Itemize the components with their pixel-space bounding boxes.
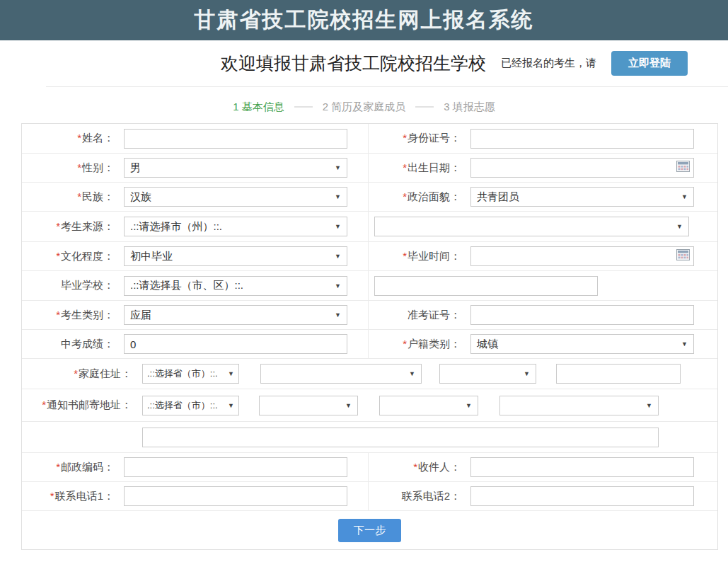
app-title: 甘肃省技工院校招生网上报名系统 bbox=[195, 6, 534, 35]
recipient-input[interactable] bbox=[470, 457, 694, 477]
recipient-label: *收件人： bbox=[369, 461, 461, 474]
exam-number-label: 准考证号： bbox=[369, 309, 461, 322]
graduation-school-label: 毕业学校： bbox=[22, 279, 114, 292]
chevron-down-icon: ▼ bbox=[335, 223, 341, 230]
mail-address-label: *通知书邮寄地址： bbox=[22, 398, 132, 412]
chevron-down-icon: ▼ bbox=[228, 402, 234, 409]
registration-form: *姓名： *身份证号： *性别： 男 ▼ *出生日期： bbox=[21, 123, 718, 550]
phone2-label: 联系电话2： bbox=[369, 490, 461, 503]
political-status-label: *政治面貌： bbox=[369, 190, 461, 204]
candidate-type-select[interactable]: 应届 ▼ bbox=[124, 305, 347, 325]
mail-address-city-select[interactable]: ▼ bbox=[259, 396, 358, 415]
step-separator bbox=[294, 106, 313, 108]
tab-step-1-basic-info[interactable]: 1 基本信息 bbox=[233, 101, 284, 114]
step-separator bbox=[415, 106, 434, 108]
tab-step-2-resume-family[interactable]: 2 简历及家庭成员 bbox=[323, 101, 406, 114]
mail-address-county-select[interactable]: ▼ bbox=[379, 396, 478, 415]
chevron-down-icon: ▼ bbox=[335, 311, 341, 319]
exam-score-input[interactable] bbox=[124, 334, 347, 354]
household-type-select[interactable]: 城镇 ▼ bbox=[470, 334, 694, 354]
candidate-origin-label: *考生来源： bbox=[22, 220, 114, 234]
birth-date-input[interactable] bbox=[470, 158, 694, 178]
form-row: *性别： 男 ▼ *出生日期： bbox=[22, 153, 717, 182]
home-address-label: *家庭住址： bbox=[22, 367, 132, 381]
home-address-county-select[interactable]: ▼ bbox=[439, 364, 536, 384]
exam-score-label: 中考成绩： bbox=[22, 338, 114, 351]
political-status-select[interactable]: 共青团员 ▼ bbox=[470, 187, 694, 207]
calendar-icon[interactable] bbox=[676, 161, 690, 175]
phone1-label: *联系电话1： bbox=[22, 490, 114, 503]
candidate-origin-county-select[interactable]: ▼ bbox=[374, 217, 689, 236]
id-number-input[interactable] bbox=[470, 129, 694, 149]
form-row: *考生来源： .::请选择市（州）::. ▼ ▼ bbox=[22, 211, 717, 241]
phone2-input[interactable] bbox=[470, 486, 694, 506]
chevron-down-icon: ▼ bbox=[466, 402, 472, 409]
next-step-button[interactable]: 下一步 bbox=[338, 519, 401, 542]
chevron-down-icon: ▼ bbox=[228, 370, 234, 377]
form-row bbox=[22, 421, 717, 452]
login-button[interactable]: 立即登陆 bbox=[611, 51, 688, 76]
app-header: 甘肃省技工院校招生网上报名系统 bbox=[0, 0, 728, 40]
chevron-down-icon: ▼ bbox=[409, 370, 415, 377]
divider bbox=[46, 86, 728, 87]
name-input[interactable] bbox=[124, 129, 347, 149]
name-label: *姓名： bbox=[22, 132, 114, 145]
welcome-heading: 欢迎填报甘肃省技工院校招生学校 bbox=[221, 52, 486, 75]
chevron-down-icon: ▼ bbox=[524, 370, 530, 377]
birth-date-label: *出生日期： bbox=[369, 161, 461, 175]
chevron-down-icon: ▼ bbox=[335, 253, 341, 260]
form-row: 毕业学校： .::请选择县（市、区）::. ▼ bbox=[22, 270, 717, 300]
form-row: *姓名： *身份证号： bbox=[22, 124, 717, 153]
form-actions-row: 下一步 bbox=[22, 510, 717, 549]
form-row: *邮政编码： *收件人： bbox=[22, 452, 717, 481]
mail-address-town-select[interactable]: ▼ bbox=[499, 396, 659, 415]
step-indicator: 1 基本信息 2 简历及家庭成员 3 填报志愿 bbox=[0, 99, 728, 115]
chevron-down-icon: ▼ bbox=[646, 402, 652, 409]
candidate-type-label: *考生类别： bbox=[22, 309, 114, 322]
chevron-down-icon: ▼ bbox=[676, 223, 683, 230]
form-row: *文化程度： 初中毕业 ▼ *毕业时间： bbox=[22, 241, 717, 270]
tab-step-3-preferences[interactable]: 3 填报志愿 bbox=[444, 101, 495, 114]
education-level-label: *文化程度： bbox=[22, 250, 114, 263]
home-address-city-select[interactable]: ▼ bbox=[260, 364, 422, 384]
chevron-down-icon: ▼ bbox=[681, 340, 688, 348]
form-row: *考生类别： 应届 ▼ 准考证号： bbox=[22, 300, 717, 329]
id-number-label: *身份证号： bbox=[369, 132, 461, 145]
home-address-province-select[interactable]: .::选择省（市）::. ▼ bbox=[142, 364, 239, 384]
form-row: *通知书邮寄地址： .::选择省（市）::. ▼ ▼ ▼ ▼ bbox=[22, 389, 717, 421]
form-row: *联系电话1： 联系电话2： bbox=[22, 481, 717, 510]
graduation-school-name-input[interactable] bbox=[374, 276, 598, 296]
ethnicity-select[interactable]: 汉族 ▼ bbox=[124, 187, 347, 207]
home-address-detail-input[interactable] bbox=[556, 364, 681, 384]
chevron-down-icon: ▼ bbox=[681, 193, 688, 200]
education-level-select[interactable]: 初中毕业 ▼ bbox=[124, 246, 347, 266]
graduation-date-label: *毕业时间： bbox=[369, 250, 461, 263]
calendar-icon[interactable] bbox=[676, 249, 690, 263]
exam-number-input[interactable] bbox=[470, 305, 694, 325]
postal-code-input[interactable] bbox=[124, 457, 347, 477]
already-registered-note: 已经报名的考生，请 bbox=[501, 57, 596, 70]
welcome-bar: 欢迎填报甘肃省技工院校招生学校 已经报名的考生，请 立即登陆 bbox=[0, 40, 728, 86]
phone1-input[interactable] bbox=[124, 486, 347, 506]
form-row: 中考成绩： *户籍类别： 城镇 ▼ bbox=[22, 329, 717, 358]
chevron-down-icon: ▼ bbox=[335, 193, 341, 200]
postal-code-label: *邮政编码： bbox=[22, 461, 114, 474]
ethnicity-label: *民族： bbox=[22, 190, 114, 204]
chevron-down-icon: ▼ bbox=[345, 402, 352, 409]
form-row: *民族： 汉族 ▼ *政治面貌： 共青团员 ▼ bbox=[22, 182, 717, 211]
mail-address-detail-input[interactable] bbox=[142, 428, 659, 447]
form-row: *家庭住址： .::选择省（市）::. ▼ ▼ ▼ bbox=[22, 358, 717, 389]
mail-address-province-select[interactable]: .::选择省（市）::. ▼ bbox=[142, 396, 239, 415]
household-type-label: *户籍类别： bbox=[369, 338, 461, 351]
graduation-date-input[interactable] bbox=[470, 246, 694, 266]
gender-label: *性别： bbox=[22, 161, 114, 175]
chevron-down-icon: ▼ bbox=[335, 282, 341, 289]
graduation-school-county-select[interactable]: .::请选择县（市、区）::. ▼ bbox=[124, 276, 347, 296]
gender-select[interactable]: 男 ▼ bbox=[124, 158, 347, 178]
chevron-down-icon: ▼ bbox=[335, 164, 341, 171]
candidate-origin-city-select[interactable]: .::请选择市（州）::. ▼ bbox=[124, 217, 347, 236]
